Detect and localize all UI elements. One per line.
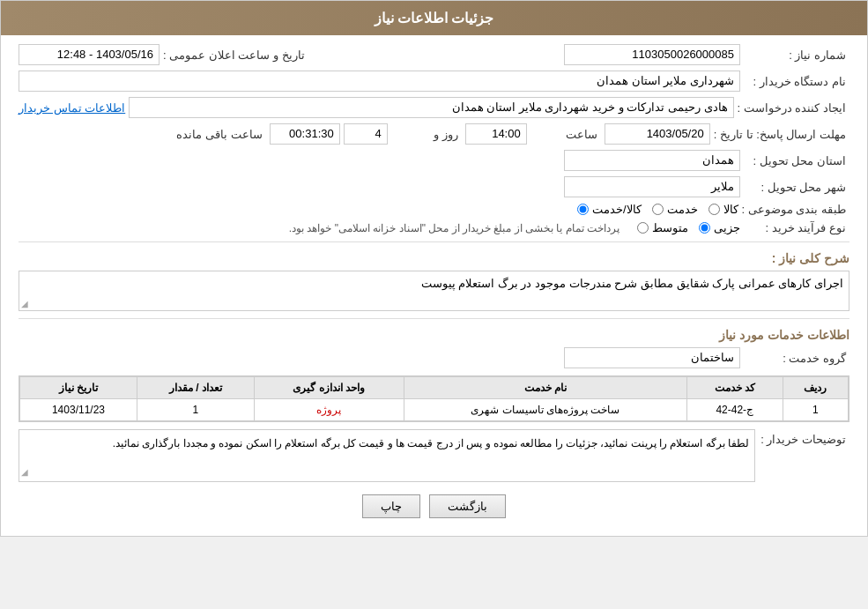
cell-date: 1403/11/23 (20, 399, 137, 421)
col-name: نام خدمت (404, 377, 686, 399)
back-button[interactable]: بازگشت (429, 494, 506, 518)
category-service-label: خدمت (667, 203, 698, 216)
service-group-value: ساختمان (564, 347, 740, 368)
province-label: استان محل تحویل : (744, 154, 849, 167)
purchase-type-partial-label: جزیی (714, 221, 740, 234)
description-value: اجرای کارهای عمرانی پارک شقایق مطابق شرح… (421, 277, 843, 290)
purchase-type-note: پرداخت تمام یا بخشی از مبلغ خریدار از مح… (289, 222, 619, 234)
city-label: شهر محل تحویل : (744, 181, 849, 194)
city-value: ملایر (564, 176, 740, 197)
cell-quantity: 1 (137, 399, 254, 421)
buyer-notes-label: توضیحات خریدار : (760, 433, 849, 446)
request-number-value: 1103050026000085 (564, 44, 740, 65)
category-service-radio[interactable] (652, 204, 664, 215)
deadline-days-value: 4 (344, 123, 388, 145)
col-code: کد خدمت (686, 377, 783, 399)
buyer-notes-value: لطفا برگه استعلام را پرینت نمائید، جزئیا… (113, 437, 749, 449)
description-title: شرح کلی نیاز : (19, 251, 849, 265)
col-date: تاریخ نیاز (20, 377, 137, 399)
services-title: اطلاعات خدمات مورد نیاز (19, 328, 849, 342)
cell-row: 1 (783, 399, 848, 421)
creator-value: هادی رحیمی تدارکات و خرید شهرداری ملایر … (129, 97, 733, 118)
cell-code: ج-42-42 (686, 399, 783, 421)
buyer-org-value: شهرداری ملایر استان همدان (19, 71, 740, 92)
buyer-org-label: نام دستگاه خریدار : (744, 75, 849, 88)
deadline-time-value: 14:00 (465, 123, 527, 145)
category-label: طبقه بندی موضوعی : (742, 203, 849, 216)
contact-link[interactable]: اطلاعات تماس خریدار (19, 101, 125, 115)
col-quantity: تعداد / مقدار (137, 377, 254, 399)
creator-label: ایجاد کننده درخواست : (738, 101, 849, 115)
cell-name: ساخت پروژه‌های تاسیسات شهری (404, 399, 686, 421)
request-number-label: شماره نیاز : (744, 48, 849, 62)
purchase-type-medium-label: متوسط (652, 221, 688, 234)
service-group-label: گروه خدمت : (744, 352, 849, 365)
deadline-remaining-label: ساعت باقی مانده (176, 128, 265, 141)
cell-unit: پروژه (254, 399, 404, 421)
print-button[interactable]: چاپ (362, 494, 420, 518)
deadline-remaining-value: 00:31:30 (270, 123, 340, 145)
deadline-date-value: 1403/05/20 (605, 123, 710, 145)
purchase-type-medium-radio[interactable] (637, 222, 649, 234)
table-row: 1 ج-42-42 ساخت پروژه‌های تاسیسات شهری پر… (20, 399, 849, 421)
deadline-label: مهلت ارسال پاسخ: تا تاریخ : (714, 128, 849, 141)
category-goods-service-radio[interactable] (577, 204, 589, 215)
col-unit: واحد اندازه گیری (254, 377, 404, 399)
deadline-time-label: ساعت (530, 128, 601, 141)
province-value: همدان (564, 150, 740, 171)
deadline-days-label: روز و (391, 128, 462, 141)
category-goods-label: کالا (723, 203, 738, 216)
purchase-type-label: نوع فرآیند خرید : (744, 221, 849, 234)
category-goods-radio[interactable] (708, 204, 720, 215)
announce-date-label: تاریخ و ساعت اعلان عمومی : (163, 48, 308, 62)
announce-date-value: 1403/05/16 - 12:48 (19, 44, 160, 65)
purchase-type-partial-radio[interactable] (699, 222, 710, 234)
col-row: ردیف (783, 377, 848, 399)
page-title: جزئیات اطلاعات نیاز (1, 1, 867, 35)
category-goods-service-label: کالا/خدمت (592, 203, 642, 216)
services-table: ردیف کد خدمت نام خدمت واحد اندازه گیری ت… (19, 375, 849, 422)
